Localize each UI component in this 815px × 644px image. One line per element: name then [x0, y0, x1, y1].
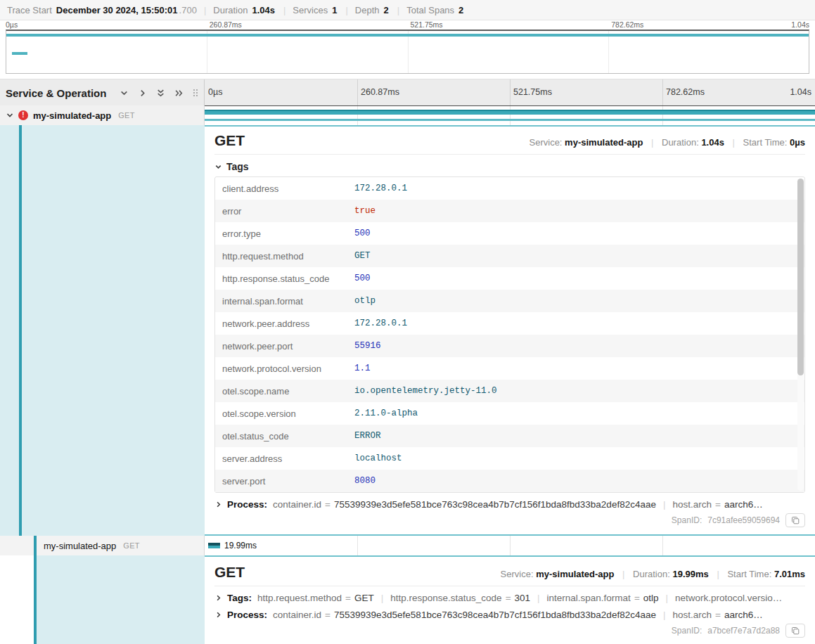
- process-label: Process:: [227, 610, 267, 620]
- row-gridline: [662, 536, 663, 555]
- tag-key: internal.span.format: [215, 296, 354, 307]
- start-time-value: 7.01ms: [774, 569, 805, 579]
- tag-row: server.port8080: [215, 470, 804, 492]
- column-resize-handle[interactable]: [192, 87, 198, 98]
- stat-value: 1: [332, 5, 337, 15]
- tag-key: network.peer.address: [215, 318, 354, 329]
- service-value: my-simulated-app: [565, 137, 643, 148]
- stat-label: Depth: [355, 5, 380, 15]
- tag-value: otlp: [643, 593, 659, 603]
- equals-sign: =: [715, 610, 721, 620]
- tag-value: true: [354, 206, 376, 216]
- span-id-label: SpanID:: [672, 515, 702, 525]
- duration-label: Duration:: [662, 137, 699, 148]
- trace-summary-bar: Trace Start December 30 2024, 15:50:01 .…: [0, 0, 815, 20]
- tags-scrollbar[interactable]: [797, 179, 804, 491]
- process-accordion-toggle[interactable]: Process: container.id=75539939e3d5efe581…: [214, 499, 805, 510]
- tag-key: otel.scope.version: [215, 408, 354, 419]
- tag-value: 55916: [354, 341, 381, 351]
- copy-span-id-button[interactable]: [785, 624, 805, 638]
- process-accordion-toggle[interactable]: Process: container.id=75539939e3d5efe581…: [214, 610, 805, 620]
- process-key: host.arch: [672, 499, 712, 510]
- span-row-child[interactable]: my-simulated-app GET: [0, 536, 205, 555]
- tag-key: otel.status_code: [215, 431, 354, 442]
- chevron-right-icon: [138, 89, 147, 98]
- separator: |: [204, 5, 206, 15]
- detail-header: GET Service: my-simulated-app | Duration…: [214, 131, 805, 155]
- span-row-root[interactable]: ! my-simulated-app GET: [0, 105, 205, 125]
- minimap-span-bar-child: [12, 52, 27, 55]
- tag-value: 1.1: [354, 363, 371, 373]
- tag-value: GET: [354, 593, 374, 603]
- tag-row: client.address172.28.0.1: [215, 177, 804, 200]
- stat-depth: Depth 2: [355, 5, 390, 15]
- copy-icon: [791, 626, 800, 635]
- ruler-gridline: [662, 79, 663, 106]
- copy-span-id-button[interactable]: [785, 513, 805, 527]
- trace-start-datetime: December 30 2024, 15:50:01: [56, 5, 178, 15]
- span-bar-root-accent: [205, 119, 815, 121]
- trace-minimap[interactable]: [6, 30, 809, 74]
- tags-accordion-toggle[interactable]: Tags: http.request.method=GET | http.res…: [214, 593, 805, 603]
- span-bar-root[interactable]: [205, 110, 815, 115]
- ruler-gridline: [510, 79, 511, 106]
- chevron-right-icon: [214, 501, 222, 508]
- duration-value: 19.99ms: [672, 569, 708, 579]
- span-bar-child[interactable]: [208, 543, 220, 548]
- separator: |: [537, 593, 540, 603]
- tag-key: http.response.status_code: [390, 593, 501, 603]
- double-chevron-right-icon: [174, 89, 184, 98]
- tag-value: GET: [354, 251, 371, 261]
- stat-value: 2: [458, 5, 463, 15]
- tag-key: http.request.method: [215, 251, 354, 262]
- error-icon: !: [18, 110, 28, 120]
- tag-value: otlp: [354, 296, 376, 306]
- span-operation-name: GET: [118, 111, 135, 120]
- tags-table: client.address172.28.0.1 errortrue error…: [214, 176, 805, 493]
- grip-icon: [192, 87, 198, 98]
- service-label: Service:: [501, 569, 534, 579]
- expand-one-button[interactable]: [135, 86, 149, 100]
- process-pair: host.arch=aarch6…: [672, 499, 762, 510]
- process-label: Process:: [227, 499, 267, 510]
- tag-row: errortrue: [215, 200, 804, 222]
- collapse-all-button[interactable]: [153, 86, 167, 100]
- chevron-down-icon[interactable]: [6, 111, 14, 120]
- minimap-gridline: [207, 31, 207, 73]
- expand-all-button[interactable]: [172, 86, 186, 100]
- separator: |: [663, 610, 666, 620]
- tag-row: error.type500: [215, 222, 804, 245]
- tags-title: Tags: [226, 161, 249, 172]
- service-operation-header: Service & Operation: [0, 79, 205, 106]
- separator: |: [622, 569, 624, 579]
- start-time-value: 0µs: [790, 137, 805, 148]
- tag-key: error: [215, 206, 354, 217]
- equals-sign: =: [634, 593, 640, 603]
- process-value: 75539939e3d5efe581bce763c98cea4b7b7cf156…: [334, 499, 656, 510]
- chevron-down-icon: [120, 89, 129, 98]
- span-bar-track-child[interactable]: 19.99ms: [205, 536, 815, 555]
- process-key: host.arch: [672, 610, 712, 620]
- minimap-tick: 0µs: [6, 20, 18, 29]
- span-detail-root: GET Service: my-simulated-app | Duration…: [205, 125, 815, 536]
- separator: |: [283, 5, 285, 15]
- detail-meta: Service: my-simulated-app | Duration: 1.…: [530, 137, 805, 148]
- span-operation-name: GET: [123, 541, 140, 550]
- process-pair: container.id=75539939e3d5efe581bce763c98…: [273, 610, 656, 620]
- minimap-tick: 521.75ms: [411, 20, 443, 29]
- tag-row: internal.span.formatotlp: [215, 290, 804, 312]
- tag-pair: http.response.status_code=301: [390, 593, 530, 603]
- span-service-name: my-simulated-app: [44, 541, 116, 551]
- tag-key: server.port: [215, 476, 354, 487]
- process-pair: container.id=75539939e3d5efe581bce763c98…: [273, 499, 656, 510]
- copy-icon: [791, 516, 800, 524]
- process-key: container.id: [273, 610, 321, 620]
- service-value: my-simulated-app: [536, 569, 614, 579]
- service-label: Service:: [530, 137, 563, 148]
- ruler-tick: 521.75ms: [513, 87, 552, 97]
- collapse-one-button[interactable]: [117, 86, 131, 100]
- tags-accordion-toggle[interactable]: Tags: [214, 161, 805, 172]
- span-bar-track-root[interactable]: [205, 105, 815, 125]
- scrollbar-thumb[interactable]: [797, 179, 804, 375]
- double-chevron-down-icon: [156, 89, 165, 98]
